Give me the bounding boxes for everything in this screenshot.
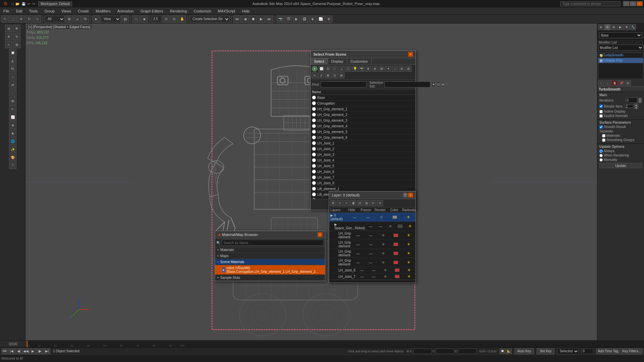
view-dropdown[interactable]: View (101, 16, 121, 22)
layer-scrollbar[interactable] (329, 280, 416, 283)
layer-settings[interactable]: ⚙ (330, 200, 336, 206)
utility-panel-btn[interactable]: 🔧 (630, 24, 636, 30)
sel-set-input[interactable] (384, 81, 430, 87)
layer-0-default[interactable]: ▶ 0 (default) — — 👁 ☀ (329, 213, 416, 222)
list-item-lh-joint-7[interactable]: LH_Joint_7 (311, 175, 416, 180)
list-item-lh-joint-4[interactable]: LH_Joint_4 (311, 158, 416, 163)
sdt-extra2[interactable]: ⊡ (332, 72, 338, 78)
search-input[interactable] (560, 1, 621, 6)
sdt-helper[interactable]: ⊕ (365, 66, 371, 72)
hierarchy-panel-btn[interactable]: ⊞ (611, 24, 617, 30)
set-key-button[interactable]: Set Key (537, 348, 554, 354)
rotate-btn[interactable]: ↻ (25, 15, 33, 23)
sdt-shape[interactable]: ⬡ (345, 66, 351, 72)
rotate-tool[interactable]: ↻ (13, 33, 20, 40)
list-item-lh-joint-6[interactable]: LH_Joint_6 (311, 169, 416, 175)
display-panel-btn[interactable]: 👁 (624, 24, 630, 30)
render-btn[interactable]: 🎬 (285, 15, 292, 23)
move-btn[interactable]: ✛ (17, 15, 25, 23)
play-btn[interactable]: ⏮ (233, 15, 241, 23)
sdt-geo[interactable]: △ (338, 66, 344, 72)
frame-counter[interactable]: 0/100 (0, 341, 27, 347)
smoothing-groups-check[interactable] (602, 138, 605, 142)
auto-key-button[interactable]: Auto Key (515, 348, 534, 354)
key-mode-btn[interactable]: ⌨ (1, 348, 8, 354)
layer-lh-joint-7[interactable]: LH_Joint_7 — — 👁 ☀ (329, 274, 416, 280)
help-side-btn[interactable]: ? (9, 162, 16, 169)
list-item-lh-grip-4[interactable]: LH_Grip_element_4 (311, 123, 416, 129)
play-start-btn[interactable]: |◀ (8, 348, 15, 354)
list-item-lh-grip-1[interactable]: LH_Grip_element_1 (311, 106, 416, 112)
list-item-lh-grip-2[interactable]: LH_Grip_element_2 (311, 112, 416, 118)
list-item-corrugation[interactable]: Corrugation (311, 101, 416, 106)
list-item-lh-grip-5[interactable]: LH_Grip_element_5 (311, 129, 416, 135)
qa-save[interactable]: 💾 (21, 2, 26, 6)
render-iters-up[interactable]: ▲ (634, 104, 638, 106)
render-iters-input[interactable] (625, 105, 633, 108)
menu-file[interactable]: File (1, 8, 11, 14)
layer-view1[interactable]: ⊡ (357, 200, 363, 206)
shaded-btn[interactable]: ■ (141, 15, 148, 23)
layer-view2[interactable]: ⊞ (364, 200, 370, 206)
next-key-btn[interactable]: |▶ (37, 348, 43, 354)
tab-display[interactable]: Display (328, 58, 347, 64)
materials-group[interactable]: + Materials (215, 247, 325, 253)
spinner-snap-toggle[interactable]: ↕ (9, 73, 16, 80)
selection-filter[interactable]: All (45, 16, 65, 22)
sdt-collapse[interactable]: ⊞ (406, 66, 412, 72)
material-dialog-close[interactable]: × (318, 232, 322, 237)
mod-pin-btn[interactable]: 📌 (618, 80, 624, 86)
close-button[interactable]: × (637, 1, 643, 6)
sdt-a[interactable]: A (312, 72, 318, 78)
layer-help-btn[interactable]: ? (403, 193, 408, 197)
material-editor-side[interactable]: ◈ (9, 129, 16, 137)
wireframe-btn[interactable]: □ (132, 15, 140, 23)
named-sel-btn[interactable]: ► (93, 15, 100, 23)
scene-materials-header[interactable]: − Scene Materials (215, 259, 325, 265)
smooth-result-check[interactable] (599, 125, 603, 129)
snap-status[interactable]: 📐 (506, 349, 512, 354)
sdt-z[interactable]: Z (318, 72, 324, 78)
layer-new[interactable]: + (343, 200, 350, 206)
iterations-input[interactable] (626, 98, 637, 103)
mirror-btn[interactable]: ⇌ (9, 81, 16, 88)
list-item-lh-grip-6[interactable]: LH_Grip_element_6 (311, 135, 416, 140)
render-active-btn[interactable]: ▶ (293, 15, 300, 23)
qa-undo[interactable]: ↩ (27, 2, 31, 6)
layer-close-tb[interactable]: × (337, 200, 343, 206)
play-end-btn[interactable]: ⏭ (266, 15, 273, 23)
sdt-invert[interactable]: ⊡ (325, 66, 331, 72)
x-coord-input[interactable] (413, 349, 432, 354)
snap-btn[interactable]: ⊞ (65, 15, 73, 23)
current-frame-input[interactable] (582, 349, 593, 354)
sdt-select-all[interactable]: ⬜ (318, 66, 324, 72)
mod-delete-btn[interactable]: 🗑 (611, 80, 618, 86)
layer-space-gen[interactable]: ▶ Space_Gen...Robot) — — 👁 ☀ (329, 222, 416, 231)
motion-panel-btn[interactable]: ▶ (617, 24, 623, 30)
tab-select[interactable]: Select (311, 58, 328, 64)
qa-redo[interactable]: ↪ (32, 2, 36, 6)
menu-create[interactable]: Create (76, 8, 91, 14)
material-editor-btn[interactable]: ◈ (309, 15, 316, 23)
render-frame-btn[interactable]: 🖼 (301, 15, 308, 23)
maps-group-header[interactable]: + Maps (215, 253, 325, 259)
y-coord-input[interactable] (436, 349, 454, 354)
maximize-button[interactable]: □ (630, 1, 636, 6)
sdt-circle-btn[interactable]: ● (312, 66, 318, 72)
select-object-btn[interactable]: ↖ (1, 15, 9, 23)
render-iters-check[interactable] (599, 105, 603, 108)
curve-editor-side[interactable]: 📈 (9, 113, 16, 121)
menu-animation[interactable]: Animation (115, 8, 136, 14)
menu-group[interactable]: Group (42, 8, 57, 14)
sel-all-check[interactable]: ⊡ (437, 81, 440, 87)
mod-show-end-btn[interactable]: ⊡ (625, 80, 631, 86)
menu-help[interactable]: Help (240, 8, 252, 14)
sdt-bone[interactable]: ⊞ (379, 66, 385, 72)
sdt-particle[interactable]: ✦ (385, 66, 391, 72)
sdt-camera[interactable]: 📷 (359, 66, 365, 72)
layer-mgr-btn[interactable]: ≡ (9, 105, 16, 113)
create-selection[interactable]: Create Selection Set (190, 16, 230, 22)
modifier-turbsmooth[interactable]: ⚡ TurboSmooth (598, 53, 643, 58)
mod-down-btn[interactable]: ↓ (605, 80, 611, 86)
pct-snap-toggle[interactable]: % (9, 65, 16, 72)
